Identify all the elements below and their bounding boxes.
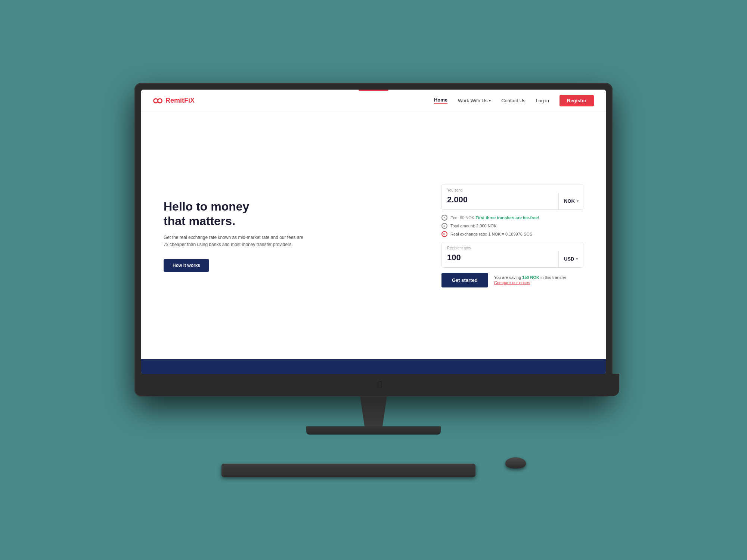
compare-prices-link[interactable]: Compare our prices <box>494 280 566 285</box>
get-started-button[interactable]: Get started <box>441 273 488 287</box>
mouse <box>505 457 526 469</box>
send-currency-value: NOK <box>564 198 575 204</box>
hero-title: Hello to moneythat matters. <box>164 199 306 228</box>
nav-contact[interactable]: Contact Us <box>501 98 525 103</box>
recipient-amount-input[interactable] <box>442 252 558 266</box>
send-amount-input[interactable] <box>442 194 558 208</box>
apple-logo-icon:  <box>378 379 382 391</box>
fee-cross-icon: ✕ <box>441 231 447 237</box>
imac-screen: RemitFiX Home Work With Us Contact Us Lo… <box>141 90 606 374</box>
imac-stand-neck <box>351 396 396 426</box>
send-input-box: You send NOK ▾ <box>441 184 583 210</box>
fee-label: Fee: 60 NOK First three transfers are fe… <box>450 215 539 220</box>
cta-row: Get started You are saving 150 NOK in th… <box>441 273 583 287</box>
keyboard <box>221 464 475 477</box>
nav-links: Home Work With Us Contact Us Log in Regi… <box>434 95 594 106</box>
rate-value: 1 NOK = 0.109976 SOS <box>489 232 533 236</box>
nav-work[interactable]: Work With Us <box>458 98 491 103</box>
nav-login[interactable]: Log in <box>536 98 549 103</box>
total-label: Total amount: 2,000 NOK <box>450 224 497 228</box>
footer-bar <box>141 359 606 374</box>
recipient-input-box: Recipient gets USD ▾ <box>441 242 583 268</box>
fee-amount: 60 NOK <box>460 215 474 220</box>
fee-equals-icon: = <box>441 223 447 229</box>
logo-area: RemitFiX <box>153 97 195 105</box>
savings-amount: 150 NOK <box>522 275 539 280</box>
savings-info: You are saving 150 NOK in this transfer … <box>494 275 566 285</box>
fee-row-rate: ✕ Real exchange rate: 1 NOK = 0.109976 S… <box>441 230 583 238</box>
rate-label: Real exchange rate: 1 NOK = 0.109976 SOS <box>450 232 532 236</box>
logo-icon <box>153 98 162 103</box>
converter-card: You send NOK ▾ <box>441 184 583 287</box>
fee-free-text: First three transfers are fee-free! <box>475 215 539 220</box>
imac-chin:  <box>141 374 619 396</box>
logo-prefix: Remit <box>165 97 184 104</box>
recipient-currency-selector[interactable]: USD ▾ <box>558 251 583 267</box>
send-currency-chevron: ▾ <box>577 199 579 203</box>
fee-info: + Fee: 60 NOK First three transfers are … <box>441 214 583 238</box>
imac-wrapper: RemitFiX Home Work With Us Contact Us Lo… <box>134 83 613 477</box>
fee-row-total: = Total amount: 2,000 NOK <box>441 222 583 230</box>
recipient-label: Recipient gets <box>442 242 583 251</box>
fee-row-fee: + Fee: 60 NOK First three transfers are … <box>441 214 583 222</box>
imac-stand-base <box>306 426 441 435</box>
imac-monitor: RemitFiX Home Work With Us Contact Us Lo… <box>134 83 613 396</box>
logo-circle-right <box>157 98 162 103</box>
accessories-row <box>134 449 613 477</box>
send-currency-selector[interactable]: NOK ▾ <box>558 193 583 209</box>
website: RemitFiX Home Work With Us Contact Us Lo… <box>141 90 606 374</box>
fee-plus-icon: + <box>441 215 447 221</box>
recipient-input-inner: USD ▾ <box>442 251 583 267</box>
send-input-inner: NOK ▾ <box>442 193 583 209</box>
logo-suffix: FiX <box>184 97 195 104</box>
hero-description: Get the real exchange rate known as mid-… <box>164 234 306 248</box>
logo-text: RemitFiX <box>165 97 195 105</box>
navbar: RemitFiX Home Work With Us Contact Us Lo… <box>141 90 606 112</box>
main-content: Hello to moneythat matters. Get the real… <box>141 112 606 359</box>
nav-home[interactable]: Home <box>434 97 447 104</box>
total-value: 2,000 NOK <box>476 224 496 228</box>
how-it-works-button[interactable]: How it works <box>164 259 209 272</box>
send-label: You send <box>442 184 583 193</box>
nav-register-button[interactable]: Register <box>560 95 594 106</box>
recipient-currency-value: USD <box>564 256 574 262</box>
savings-text: You are saving 150 NOK in this transfer <box>494 275 566 280</box>
hero-left: Hello to moneythat matters. Get the real… <box>164 199 306 271</box>
recipient-currency-chevron: ▾ <box>576 257 578 261</box>
